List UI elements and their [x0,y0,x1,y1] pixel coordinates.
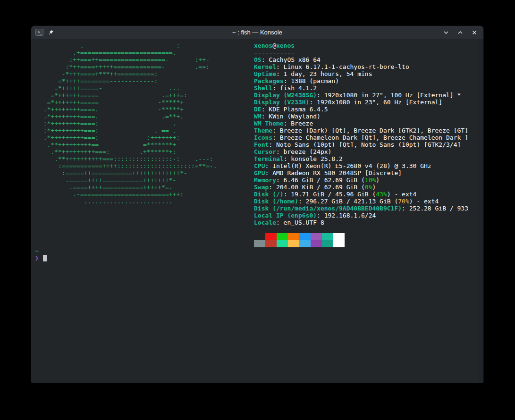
shell-prompt: ~ ❯ [35,247,47,261]
info-line: CPU: Intel(R) Xeon(R) E5-2680 v4 (28) @ … [254,162,468,169]
ascii-art-logo: .-------------------------: .+==========… [36,42,217,205]
swatch-row [254,233,345,240]
konsole-window: >_ ~ : fish — Konsole .----- [31,25,484,383]
swatch-row [254,240,345,247]
prompt-path: ~ [35,247,47,254]
color-swatch [265,240,277,247]
titlebar[interactable]: >_ ~ : fish — Konsole [31,26,483,39]
minimize-button[interactable] [443,29,449,36]
scrollbar[interactable] [478,39,483,383]
info-line: GPU: AMD Radeon RX 580 2048SP [Discrete] [254,169,468,176]
color-swatch [288,233,299,240]
color-swatch [333,233,345,240]
info-line: Uptime: 1 day, 23 hours, 54 mins [254,70,468,77]
color-swatch [333,240,345,247]
info-line: Memory: 6.46 GiB / 62.69 GiB (10%) [254,176,468,184]
pin-icon[interactable] [48,29,54,35]
color-swatch [299,233,311,240]
terminal-cursor[interactable] [43,255,47,261]
window-controls [443,29,478,36]
info-line: Theme: Breeze (Dark) [Qt], Breeze-Dark [… [254,127,468,134]
close-button[interactable] [471,29,478,36]
color-swatch [322,240,333,247]
info-line: Icons: Breeze Chameleon Dark [Qt], Breez… [254,134,468,141]
prompt-line: ❯ [35,254,47,261]
info-line: Local IP (enp6s0): 192.168.1.6/24 [254,212,468,219]
info-line: Display (V233H): 1920x1080 in 23", 60 Hz… [254,99,468,106]
info-line: ----------- [254,49,468,56]
color-swatch [322,233,333,240]
fastfetch-info: xenos@xenos-----------OS: CachyOS x86_64… [254,42,468,226]
info-line: DE: KDE Plasma 6.4.5 [254,106,468,113]
color-swatch [265,233,277,240]
color-swatch [311,240,322,247]
window-title: ~ : fish — Konsole [31,29,483,36]
info-line: Kernel: Linux 6.17.1-1-cachyos-rt-bore-l… [254,63,468,70]
info-line: Disk (/): 19.71 GiB / 45.96 GiB (43%) - … [254,191,468,198]
info-line: Cursor: breeze (24px) [254,148,468,155]
konsole-terminal-icon: >_ [35,29,43,36]
info-line: Disk (/home): 296.27 GiB / 421.13 GiB (7… [254,198,468,205]
color-swatch [277,233,288,240]
color-swatches [254,233,345,247]
info-line: WM Theme: Breeze [254,120,468,127]
info-line: Packages: 1388 (pacman) [254,77,468,84]
info-line: Locale: en_US.UTF-8 [254,219,468,226]
terminal-content[interactable]: .-------------------------: .+==========… [31,39,483,383]
color-swatch [299,240,311,247]
titlebar-left: >_ [35,29,54,36]
color-swatch [254,233,265,240]
info-line: Font: Noto Sans (10pt) [Qt], Noto Sans (… [254,141,468,148]
prompt-symbol: ❯ [35,254,39,261]
info-line: Swap: 204.00 KiB / 62.69 GiB (0%) [254,184,468,191]
info-line: Display (W2438SG): 1920x1080 in 27", 100… [254,92,468,99]
info-line: xenos@xenos [254,42,468,49]
color-swatch [277,240,288,247]
color-swatch [311,233,322,240]
color-swatch [254,240,265,247]
info-line: WM: KWin (Wayland) [254,113,468,120]
info-line: Shell: fish 4.1.2 [254,84,468,92]
info-line: OS: CachyOS x86_64 [254,56,468,63]
color-swatch [288,240,299,247]
info-line: Disk (/run/media/xenos/9AD40BBED40B9C1F)… [254,205,468,212]
info-line: Terminal: konsole 25.8.2 [254,155,468,162]
maximize-button[interactable] [457,29,464,36]
